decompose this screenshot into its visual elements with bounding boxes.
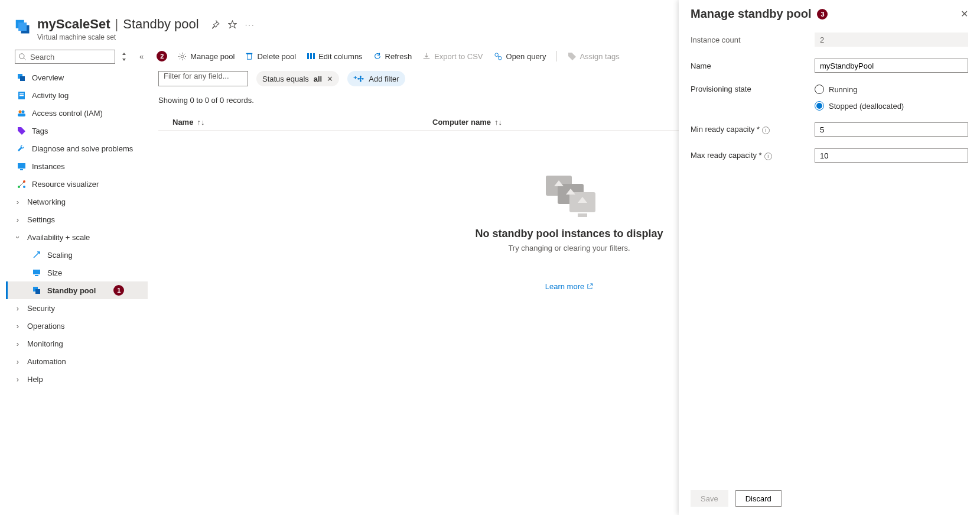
field-filter-input[interactable]: Filter for any field... xyxy=(158,71,248,86)
monitor-icon xyxy=(32,268,41,277)
learn-more-link[interactable]: Learn more xyxy=(545,282,593,291)
assign-tags-button: Assign tags xyxy=(568,52,619,61)
monitor-icon xyxy=(17,162,26,171)
discard-button[interactable]: Discard xyxy=(735,490,782,507)
log-icon xyxy=(17,91,26,100)
svg-line-4 xyxy=(24,58,25,60)
max-capacity-input[interactable] xyxy=(815,148,968,163)
nav-instances[interactable]: Instances xyxy=(6,157,148,175)
radio-icon xyxy=(815,85,824,94)
callout-badge-1: 1 xyxy=(113,285,124,296)
nav-overview[interactable]: Overview xyxy=(6,69,148,86)
people-icon xyxy=(17,109,26,118)
favorite-icon[interactable] xyxy=(228,20,237,29)
refresh-icon xyxy=(373,52,382,60)
nav-expand-icon[interactable] xyxy=(119,51,129,62)
nav-group-monitoring[interactable]: ›Monitoring xyxy=(6,335,148,352)
min-capacity-label: Min ready capacityi xyxy=(691,125,815,134)
nav-access-control[interactable]: Access control (IAM) xyxy=(6,104,148,122)
nav-group-security[interactable]: ›Security xyxy=(6,299,148,317)
provisioning-running-radio[interactable]: Running xyxy=(815,85,904,94)
svg-rect-27 xyxy=(310,53,312,59)
nav-size[interactable]: Size xyxy=(6,264,148,281)
vmss-mini-icon xyxy=(32,286,41,294)
svg-point-10 xyxy=(18,110,21,113)
collapse-nav-icon[interactable]: « xyxy=(137,52,146,61)
delete-pool-button[interactable]: Delete pool xyxy=(245,52,296,61)
toolbar-separator xyxy=(556,51,557,61)
callout-badge-2: 2 xyxy=(157,51,167,61)
svg-rect-22 xyxy=(35,289,40,294)
tag-icon xyxy=(568,52,576,60)
add-filter-icon: ⁺✢ xyxy=(353,75,364,83)
sidebar-nav: Overview Activity log Access control (IA… xyxy=(6,69,148,388)
status-filter-value: all xyxy=(314,75,322,83)
nav-group-operations[interactable]: ›Operations xyxy=(6,317,148,335)
column-computer-name[interactable]: Computer name ↑↓ xyxy=(432,118,502,127)
nav-search-placeholder: Search xyxy=(30,53,54,61)
graph-icon xyxy=(17,180,26,189)
svg-rect-38 xyxy=(578,213,587,217)
nav-group-settings[interactable]: ›Settings xyxy=(6,210,148,228)
instance-count-label: Instance count xyxy=(691,35,815,44)
close-flyout-button[interactable]: ✕ xyxy=(961,8,968,20)
nav-search-input[interactable]: Search xyxy=(15,50,115,64)
max-capacity-label: Max ready capacityi xyxy=(691,151,815,160)
manage-pool-flyout: Manage standby pool 3 ✕ Instance count N… xyxy=(679,0,980,515)
add-filter-button[interactable]: ⁺✢ Add filter xyxy=(347,71,405,86)
svg-point-11 xyxy=(21,110,24,113)
chevron-right-icon: › xyxy=(14,375,21,384)
more-icon[interactable]: ··· xyxy=(245,20,255,29)
open-query-button[interactable]: Open query xyxy=(494,52,546,61)
nav-diagnose[interactable]: Diagnose and solve problems xyxy=(6,140,148,157)
flyout-title: Manage standby pool xyxy=(691,7,811,21)
external-link-icon xyxy=(587,283,593,290)
info-icon[interactable]: i xyxy=(764,153,772,160)
radio-selected-icon xyxy=(815,101,824,111)
query-icon xyxy=(494,52,503,61)
resource-name: myScaleSet xyxy=(37,17,110,32)
nav-tags[interactable]: Tags xyxy=(6,122,148,140)
svg-rect-2 xyxy=(18,22,27,31)
instance-count-input xyxy=(815,33,968,47)
svg-rect-13 xyxy=(18,163,25,169)
refresh-button[interactable]: Refresh xyxy=(373,52,412,61)
chevron-right-icon: › xyxy=(14,215,21,224)
chevron-right-icon: › xyxy=(14,357,21,366)
sort-icon: ↑↓ xyxy=(494,118,502,127)
nav-group-availability[interactable]: ›Availability + scale xyxy=(6,228,148,246)
download-icon xyxy=(422,52,431,60)
edit-columns-button[interactable]: Edit columns xyxy=(307,52,362,61)
save-button: Save xyxy=(691,490,728,507)
nav-activity-log[interactable]: Activity log xyxy=(6,86,148,104)
pool-name-input[interactable] xyxy=(815,59,968,73)
title-separator: | xyxy=(115,17,119,32)
nav-group-help[interactable]: ›Help xyxy=(6,370,148,388)
column-name[interactable]: Name ↑↓ xyxy=(172,118,432,127)
chevron-right-icon: › xyxy=(14,322,21,331)
svg-line-18 xyxy=(19,182,24,186)
nav-group-networking[interactable]: ›Networking xyxy=(6,193,148,210)
gear-icon xyxy=(178,52,187,61)
pin-icon[interactable] xyxy=(211,20,220,29)
info-icon[interactable]: i xyxy=(762,127,770,134)
status-filter-chip[interactable]: Status equals all ✕ xyxy=(256,71,339,86)
close-icon[interactable]: ✕ xyxy=(327,75,333,83)
callout-badge-3: 3 xyxy=(817,9,828,20)
export-csv-button: Export to CSV xyxy=(422,52,483,61)
nav-resource-visualizer[interactable]: Resource visualizer xyxy=(6,175,148,193)
vmss-icon xyxy=(15,19,31,35)
svg-rect-8 xyxy=(19,93,24,95)
svg-rect-9 xyxy=(19,95,24,96)
columns-icon xyxy=(307,52,315,60)
svg-rect-28 xyxy=(313,53,315,59)
provisioning-stopped-radio[interactable]: Stopped (deallocated) xyxy=(815,101,904,111)
nav-standby-pool[interactable]: Standby pool 1 xyxy=(6,281,148,299)
min-capacity-input[interactable] xyxy=(815,122,968,137)
page-title: myScaleSet | Standby pool ··· xyxy=(37,17,255,32)
manage-pool-button[interactable]: Manage pool xyxy=(178,52,235,61)
nav-group-automation[interactable]: ›Automation xyxy=(6,352,148,370)
nav-scaling[interactable]: Scaling xyxy=(6,246,148,264)
svg-rect-26 xyxy=(307,53,309,59)
sort-icon: ↑↓ xyxy=(197,118,204,127)
